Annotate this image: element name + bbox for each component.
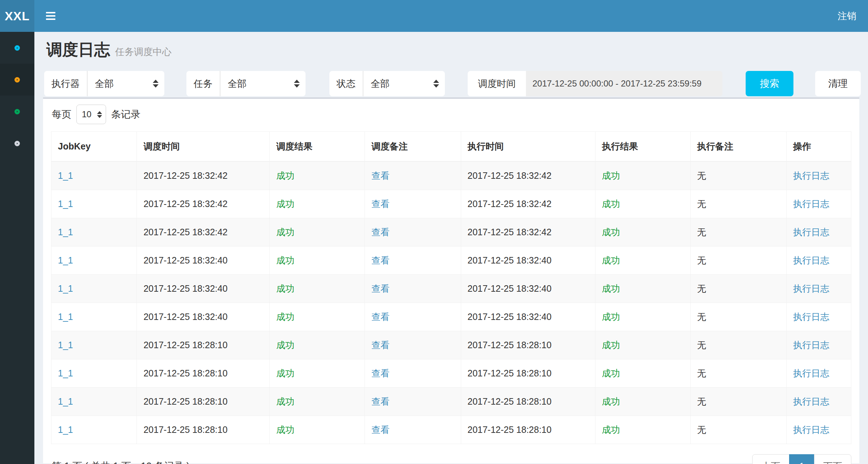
trigger-msg-link-container: 查看 [365,303,461,331]
trigger-time-cell-container: 2017-12-25 18:32:40 [137,275,270,303]
exec-log-link[interactable]: 执行日志 [793,227,829,237]
select-caret-icon [294,80,300,88]
exec-log-link[interactable]: 执行日志 [793,255,829,265]
jobkey-link[interactable]: 1_1 [58,255,73,265]
trigger-msg-link[interactable]: 查看 [371,340,389,350]
trigger-msg-link[interactable]: 查看 [371,283,389,294]
trigger-result-cell: 成功 [276,170,294,181]
trigger-time-cell-container: 2017-12-25 18:28:10 [137,359,270,388]
select-caret-icon [153,80,159,88]
trigger-msg-link-container: 查看 [365,331,461,359]
trigger-result-cell: 成功 [276,255,294,265]
status-filter-select[interactable]: 全部 [363,71,445,96]
trigger-msg-link[interactable]: 查看 [371,396,389,406]
handle-result-cell-container: 成功 [595,190,690,218]
table-footer: 第 1 页 ( 总共 1 页，10 条记录 ) 上页 1 下页 [51,454,851,464]
handle-result-cell: 成功 [602,283,620,294]
handle-msg-cell: 无 [697,199,706,209]
trigger-msg-link[interactable]: 查看 [371,227,389,237]
exec-log-link[interactable]: 执行日志 [793,368,829,378]
handle-result-cell-container: 成功 [595,331,690,359]
trigger-msg-link[interactable]: 查看 [371,170,389,181]
trigger-msg-link[interactable]: 查看 [371,425,389,435]
jobkey-link[interactable]: 1_1 [58,396,73,406]
log-table-panel: 每页 10 条记录 JobKey 调度时间 调度结果 调度备注 执行时间 执行结… [43,97,859,463]
handle-msg-cell-container: 无 [690,331,786,359]
current-page-button[interactable]: 1 [789,454,814,464]
select-caret-icon [97,111,102,118]
sidebar-item-3[interactable] [0,96,34,127]
exec-log-link[interactable]: 执行日志 [793,425,829,435]
trigger-time-cell-container: 2017-12-25 18:32:40 [137,246,270,275]
handle-msg-cell: 无 [697,255,706,265]
page-size-select[interactable]: 10 [76,105,106,124]
job-filter-label: 任务 [186,71,220,96]
handle-result-cell-container: 成功 [595,388,690,416]
logout-link[interactable]: 注销 [838,10,856,22]
handle-time-cell-container: 2017-12-25 18:28:10 [461,331,595,359]
jobkey-link[interactable]: 1_1 [58,425,73,435]
trigger-msg-link[interactable]: 查看 [371,255,389,265]
table-row: 1_12017-12-25 18:28:10成功查看2017-12-25 18:… [51,359,851,388]
sidebar-item-2[interactable] [0,64,34,96]
exec-log-link-container: 执行日志 [786,218,851,246]
jobkey-link[interactable]: 1_1 [58,283,73,294]
executor-filter-select[interactable]: 全部 [88,71,164,96]
next-page-button[interactable]: 下页 [814,454,851,464]
exec-log-link[interactable]: 执行日志 [793,283,829,294]
jobkey-link[interactable]: 1_1 [58,227,73,237]
clear-log-button[interactable]: 清理 [815,71,861,96]
handle-time-cell: 2017-12-25 18:32:42 [468,170,552,181]
handle-time-cell: 2017-12-25 18:32:42 [468,199,552,209]
handle-result-cell: 成功 [602,170,620,181]
trigger-result-cell: 成功 [276,368,294,378]
trigger-time-range-input[interactable]: 2017-12-25 00:00:00 - 2017-12-25 23:59:5… [526,71,722,96]
exec-log-link[interactable]: 执行日志 [793,396,829,406]
job-filter-group: 任务 全部 [186,71,306,96]
trigger-time-filter-label: 调度时间 [468,71,526,96]
handle-time-cell-container: 2017-12-25 18:28:10 [461,416,595,444]
handle-time-cell-container: 2017-12-25 18:28:10 [461,359,595,388]
brand-logo[interactable]: XXL [0,0,34,32]
prev-page-button[interactable]: 上页 [752,454,789,464]
handle-msg-cell: 无 [697,368,706,378]
jobkey-link[interactable]: 1_1 [58,199,73,209]
exec-log-link[interactable]: 执行日志 [793,340,829,350]
exec-log-link[interactable]: 执行日志 [793,170,829,181]
search-button[interactable]: 搜索 [746,71,793,96]
status-filter-value: 全部 [371,77,389,90]
exec-log-link[interactable]: 执行日志 [793,312,829,322]
sidebar-toggle-button[interactable] [46,10,55,22]
trigger-time-cell-container: 2017-12-25 18:28:10 [137,416,270,444]
select-caret-icon [433,80,439,88]
handle-msg-cell: 无 [697,396,706,406]
col-action: 操作 [786,132,851,162]
trigger-msg-link[interactable]: 查看 [371,199,389,209]
jobkey-link[interactable]: 1_1 [58,368,73,378]
trigger-result-cell: 成功 [276,199,294,209]
handle-msg-cell: 无 [697,170,706,181]
filter-toolbar: 执行器 全部 任务 全部 状态 全部 调度时间 2017-12-25 00:00… [44,71,868,96]
trigger-time-cell-container: 2017-12-25 18:28:10 [137,388,270,416]
sidebar-item-1[interactable] [0,32,34,64]
jobkey-link[interactable]: 1_1 [58,312,73,322]
jobkey-link[interactable]: 1_1 [58,340,73,350]
handle-time-cell: 2017-12-25 18:32:42 [468,227,552,237]
trigger-msg-link[interactable]: 查看 [371,368,389,378]
exec-log-link-container: 执行日志 [786,275,851,303]
jobkey-link-container: 1_1 [51,416,137,444]
trigger-result-cell-container: 成功 [270,218,365,246]
executor-filter-group: 执行器 全部 [44,71,164,96]
jobkey-link-container: 1_1 [51,246,137,275]
exec-log-link[interactable]: 执行日志 [793,199,829,209]
sidebar-item-4[interactable] [0,127,34,159]
trigger-result-cell-container: 成功 [270,303,365,331]
handle-msg-cell-container: 无 [690,359,786,388]
job-filter-select[interactable]: 全部 [220,71,306,96]
handle-time-cell: 2017-12-25 18:32:40 [468,255,552,265]
table-row: 1_12017-12-25 18:28:10成功查看2017-12-25 18:… [51,388,851,416]
jobkey-link[interactable]: 1_1 [58,170,73,181]
handle-msg-cell-container: 无 [690,388,786,416]
exec-log-link-container: 执行日志 [786,246,851,275]
trigger-msg-link[interactable]: 查看 [371,312,389,322]
